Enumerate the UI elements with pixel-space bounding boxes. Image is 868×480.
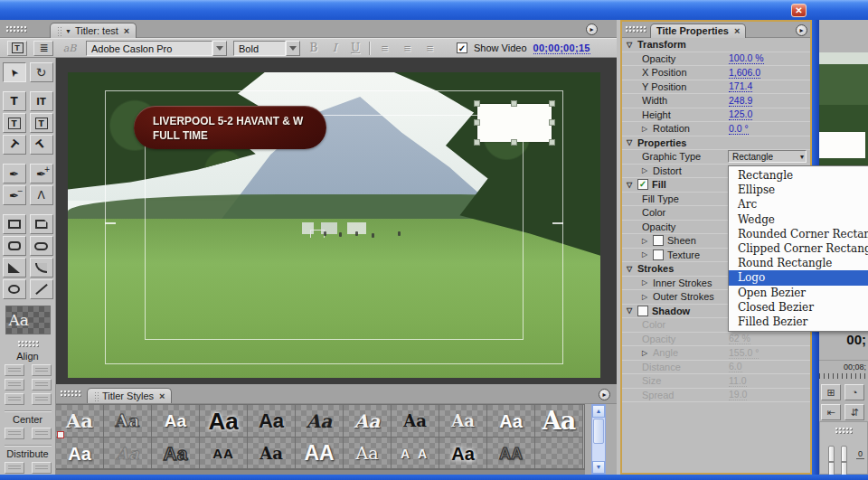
resize-handle[interactable] xyxy=(549,139,555,146)
property-height[interactable]: Height125.0 xyxy=(622,108,810,123)
style-swatch[interactable]: Aa xyxy=(344,438,392,469)
align-vertical-bottom-button[interactable] xyxy=(32,393,52,405)
property-graphic-type[interactable]: Graphic TypeRectangle▾ xyxy=(622,150,810,165)
menu-item-clipped-corner-rectangle[interactable]: Clipped Corner Rectangle xyxy=(729,241,868,256)
align-horizontal-right-button[interactable] xyxy=(5,393,24,405)
templates-button[interactable]: aB xyxy=(60,41,80,56)
type-tool[interactable]: T xyxy=(3,91,26,111)
menu-item-rectangle[interactable]: Rectangle xyxy=(729,168,868,183)
property-value[interactable]: 11.0 xyxy=(729,375,747,387)
property-opacity[interactable]: Opacity62 % xyxy=(622,333,810,347)
expand-arrow-icon[interactable]: ▷ xyxy=(642,125,653,133)
title-properties-tab[interactable]: Title Properties × xyxy=(650,24,746,38)
shadow-checkbox[interactable] xyxy=(637,306,648,316)
style-swatch[interactable]: Aa xyxy=(200,405,248,438)
titler-styles-tab[interactable]: Titler Styles × xyxy=(87,388,172,403)
font-style-dropdown-button[interactable] xyxy=(286,41,300,56)
panel-menu-button[interactable]: ▸ xyxy=(586,24,598,35)
property-value[interactable]: 100.0 % xyxy=(729,52,764,64)
rotation-tool[interactable]: ↻ xyxy=(30,62,53,82)
timeline-tool-icon[interactable]: ◔ xyxy=(844,384,864,400)
vertical-type-tool[interactable]: IT xyxy=(30,91,53,111)
arc-tool[interactable] xyxy=(30,258,53,278)
delete-anchor-tool[interactable]: ✒ xyxy=(3,185,26,205)
panel-menu-button[interactable]: ▸ xyxy=(599,389,610,400)
expand-triangle-icon[interactable]: ▽ xyxy=(627,41,637,49)
font-family-value[interactable]: Adobe Caslon Pro xyxy=(86,41,212,56)
font-style-value[interactable]: Bold xyxy=(233,41,286,56)
style-swatch[interactable]: A A xyxy=(392,438,439,469)
font-family-combo[interactable]: Adobe Caslon Pro xyxy=(86,41,227,56)
scroll-up-button[interactable]: ▲ xyxy=(592,405,605,418)
menu-item-open-bezier[interactable]: Open Bezier xyxy=(729,286,868,300)
window-close-button[interactable]: ✕ xyxy=(791,4,807,17)
resize-handle[interactable] xyxy=(474,139,480,146)
property-value[interactable]: 125.0 xyxy=(729,108,752,120)
menu-item-arc[interactable]: Arc xyxy=(729,197,868,212)
window-title-bar[interactable] xyxy=(0,0,868,20)
property-value[interactable]: 6.0 xyxy=(729,361,742,372)
property-value[interactable]: 155.0 ° xyxy=(729,347,759,359)
selected-rectangle-object[interactable] xyxy=(477,104,552,142)
vertical-path-type-tool[interactable]: T xyxy=(30,135,53,155)
audio-fader[interactable] xyxy=(841,446,847,475)
style-swatch[interactable]: Aa xyxy=(487,405,535,438)
title-overlay-object[interactable]: LIVERPOOL 5-2 HAVANT & W FULL TIME xyxy=(134,106,326,149)
align-horizontal-center-button[interactable] xyxy=(5,379,24,391)
add-anchor-tool[interactable]: ✒ xyxy=(30,164,53,184)
style-swatch[interactable]: Aa xyxy=(439,405,487,438)
resize-handle[interactable] xyxy=(549,119,555,126)
expand-arrow-icon[interactable]: ▷ xyxy=(642,166,653,174)
style-swatch[interactable]: Aa xyxy=(152,438,200,469)
style-swatch[interactable]: Aa xyxy=(56,438,104,469)
font-style-combo[interactable]: Bold xyxy=(233,41,300,56)
style-swatch[interactable]: Aa xyxy=(535,405,583,438)
line-tool[interactable] xyxy=(30,279,53,299)
property-rotation[interactable]: ▷Rotation0.0 ° xyxy=(622,122,810,136)
expand-triangle-icon[interactable]: ▽ xyxy=(627,265,637,273)
path-type-tool[interactable]: T xyxy=(3,135,26,155)
style-swatch[interactable]: Aa xyxy=(152,405,200,438)
graphic-type-dropdown[interactable]: Rectangle▾ xyxy=(728,150,807,163)
align-left-button[interactable]: ≡ xyxy=(376,42,392,55)
show-video-checkbox[interactable]: ✓ xyxy=(457,42,467,53)
tab-stops-button[interactable]: ≣ xyxy=(33,41,53,56)
fill-checkbox[interactable]: ✓ xyxy=(637,179,648,190)
style-swatch[interactable]: AA xyxy=(296,438,344,469)
property-value[interactable]: 19.0 xyxy=(729,389,747,400)
panel-grip-icon[interactable] xyxy=(625,25,646,33)
styles-scrollbar[interactable]: ▲ ▼ xyxy=(591,404,606,475)
style-swatch[interactable]: Aa xyxy=(439,438,487,469)
style-swatch[interactable]: Aa xyxy=(296,405,344,438)
pen-tool[interactable]: ✒ xyxy=(3,164,26,184)
style-swatch[interactable]: Aa xyxy=(104,438,152,469)
resize-handle[interactable] xyxy=(511,100,517,107)
property-angle[interactable]: ▷Angle155.0 ° xyxy=(622,346,810,361)
panel-grip-icon[interactable] xyxy=(60,390,81,398)
titler-tab[interactable]: ▼ Titler: test × xyxy=(50,23,137,38)
rectangle-tool[interactable] xyxy=(3,214,26,234)
menu-item-round-rectangle[interactable]: Round Rectangle xyxy=(729,256,868,270)
expand-triangle-icon[interactable]: ▽ xyxy=(627,181,637,189)
align-center-button[interactable]: ≡ xyxy=(399,42,415,55)
timeline-ruler[interactable]: 00;08; xyxy=(819,360,868,380)
align-vertical-top-button[interactable] xyxy=(32,364,52,376)
sheen-checkbox[interactable] xyxy=(653,235,664,246)
style-swatch[interactable]: Aa xyxy=(104,405,152,438)
resize-handle[interactable] xyxy=(511,139,517,146)
clipped-rectangle-tool[interactable] xyxy=(30,214,53,234)
property-value[interactable]: 62 % xyxy=(729,333,750,344)
property-value[interactable]: 0.0 ° xyxy=(729,123,749,135)
wedge-tool[interactable] xyxy=(3,258,26,278)
expand-triangle-icon[interactable]: ▽ xyxy=(627,138,637,146)
distribute-vertical-top-button[interactable] xyxy=(32,462,52,474)
expand-arrow-icon[interactable]: ▷ xyxy=(642,250,653,259)
resize-handle[interactable] xyxy=(474,100,480,107)
underline-button[interactable]: U xyxy=(348,42,363,54)
expand-triangle-icon[interactable]: ▽ xyxy=(627,306,637,315)
center-horizontal-button[interactable] xyxy=(32,428,52,439)
vertical-area-type-tool[interactable]: T xyxy=(30,113,53,133)
menu-item-rounded-corner-rectangle[interactable]: Rounded Corner Rectangle xyxy=(729,227,868,241)
menu-item-ellipse[interactable]: Ellipse xyxy=(729,183,868,197)
close-icon[interactable]: × xyxy=(124,26,129,35)
